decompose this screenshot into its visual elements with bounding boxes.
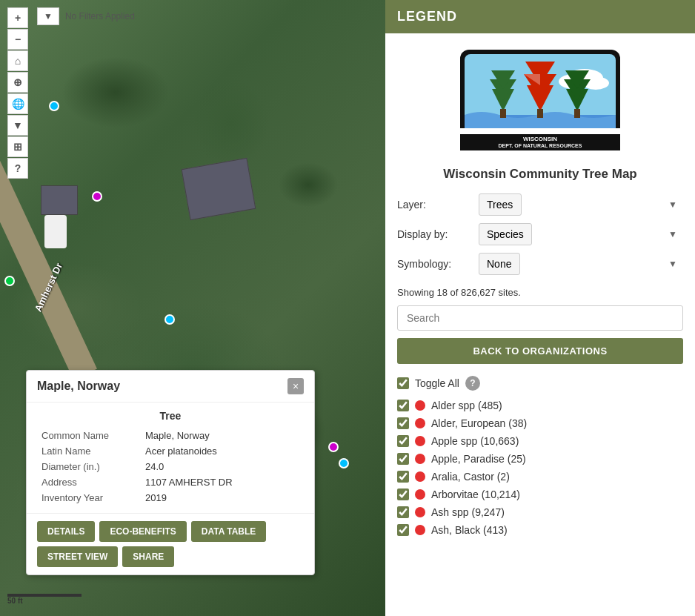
field-value: Acer platanoides	[141, 443, 304, 459]
list-item: Ash, Black (413)	[397, 521, 683, 539]
list-item: Ash spp (9,247)	[397, 503, 683, 521]
filter-icon-button[interactable]: ▼	[37, 7, 59, 25]
field-label: Diameter (in.)	[37, 459, 141, 474]
species-checkbox-5[interactable]	[397, 489, 409, 500]
map-dot-4[interactable]	[164, 314, 175, 325]
street-view-button[interactable]: STREET VIEW	[37, 546, 118, 567]
search-input[interactable]	[397, 305, 683, 331]
table-row: Inventory Year 2019	[37, 490, 304, 506]
field-label: Latin Name	[37, 443, 141, 459]
species-dot-2	[415, 436, 425, 446]
field-value: Maple, Norway	[141, 428, 304, 443]
species-dot-5	[415, 489, 425, 500]
globe-button[interactable]: 🌐	[7, 93, 28, 114]
filter-status-text: No Filters Applied	[65, 11, 135, 21]
species-name-1: Alder, European (38)	[431, 417, 683, 429]
building-small	[41, 185, 78, 215]
details-button[interactable]: DETAILS	[37, 521, 95, 542]
layer-select-wrapper: Trees ▼	[479, 193, 683, 216]
home-button[interactable]: ⌂	[7, 50, 28, 71]
toggle-all-row: Toggle All ?	[397, 373, 683, 397]
svg-text:DEPT. OF NATURAL RESOURCES: DEPT. OF NATURAL RESOURCES	[499, 143, 582, 148]
display-select-arrow: ▼	[668, 229, 677, 239]
species-dot-4	[415, 471, 425, 482]
species-name-4: Aralia, Castor (2)	[431, 471, 683, 483]
species-checkbox-3[interactable]	[397, 453, 409, 465]
map-controls: + − ⌂ ⊕ 🌐 ▼ ⊞ ?	[7, 7, 28, 179]
showing-text: Showing 18 of 826,627 sites.	[397, 282, 683, 305]
species-dot-6	[415, 507, 425, 517]
species-dot-0	[415, 400, 425, 411]
zoom-out-button[interactable]: −	[7, 29, 28, 50]
map-dot-3[interactable]	[4, 276, 15, 286]
field-value: 24.0	[141, 459, 304, 474]
species-name-2: Apple spp (10,663)	[431, 435, 683, 447]
map-dot-1[interactable]	[49, 101, 59, 111]
display-select[interactable]: Species	[479, 223, 532, 245]
popup-section-title: Tree	[37, 410, 304, 422]
symbology-control-row: Symbology: None ▼	[397, 253, 683, 275]
map-dot-6[interactable]	[339, 458, 349, 468]
field-value: 1107 AMHERST DR	[141, 474, 304, 490]
table-row: Latin Name Acer platanoides	[37, 443, 304, 459]
table-row: Diameter (in.) 24.0	[37, 459, 304, 474]
species-checkbox-0[interactable]	[397, 400, 409, 411]
toggle-all-label: Toggle All	[415, 377, 459, 389]
share-button[interactable]: SHARE	[122, 546, 174, 567]
list-item: Apple, Paradise (25)	[397, 450, 683, 468]
popup-table: Common Name Maple, Norway Latin Name Ace…	[37, 428, 304, 506]
dnr-logo-area: WISCONSIN DEPT. OF NATURAL RESOURCES	[385, 33, 695, 167]
symbology-label: Symbology:	[397, 258, 471, 270]
list-item: Alder spp (485)	[397, 397, 683, 414]
popup-title: Maple, Norway	[37, 380, 120, 393]
species-checkbox-1[interactable]	[397, 417, 409, 429]
legend-panel: LEGEND	[385, 0, 695, 616]
toggle-all-checkbox[interactable]	[397, 377, 409, 389]
eco-benefits-button[interactable]: ECO-BENEFITS	[99, 521, 186, 542]
map-dot-5[interactable]	[328, 442, 339, 452]
tree-popup: Maple, Norway × Tree Common Name Maple, …	[26, 370, 315, 575]
species-list: Alder spp (485) Alder, European (38) App…	[397, 397, 683, 539]
dnr-logo: WISCONSIN DEPT. OF NATURAL RESOURCES	[459, 48, 622, 152]
display-control-row: Display by: Species ▼	[397, 223, 683, 245]
species-checkbox-6[interactable]	[397, 506, 409, 518]
help-button[interactable]: ?	[7, 158, 28, 179]
species-name-0: Alder spp (485)	[431, 400, 683, 411]
app-title: Wisconsin Community Tree Map	[385, 167, 695, 193]
symbology-select-arrow: ▼	[668, 259, 677, 269]
zoom-in-button[interactable]: +	[7, 7, 28, 28]
field-label: Inventory Year	[37, 490, 141, 506]
species-name-5: Arborvitae (10,214)	[431, 489, 683, 500]
species-dot-3	[415, 454, 425, 464]
help-icon[interactable]: ?	[465, 376, 480, 391]
data-table-button[interactable]: DATA TABLE	[191, 521, 267, 542]
popup-close-button[interactable]: ×	[287, 378, 304, 394]
layers-button[interactable]: ⊞	[7, 136, 28, 157]
species-checkbox-2[interactable]	[397, 435, 409, 447]
svg-rect-18	[574, 109, 580, 118]
symbology-select[interactable]: None	[479, 253, 520, 275]
species-dot-7	[415, 525, 425, 535]
species-name-3: Apple, Paradise (25)	[431, 453, 683, 465]
species-name-6: Ash spp (9,247)	[431, 506, 683, 518]
species-checkbox-4[interactable]	[397, 471, 409, 483]
svg-text:WISCONSIN: WISCONSIN	[523, 136, 557, 142]
map-container[interactable]: Amherst Dr + − ⌂ ⊕ 🌐 ▼ ⊞ ? ▼ No Filters …	[0, 0, 385, 616]
table-row: Address 1107 AMHERST DR	[37, 474, 304, 490]
locate-button[interactable]: ⊕	[7, 72, 28, 93]
back-to-organizations-button[interactable]: BACK TO ORGANIZATIONS	[397, 338, 683, 364]
legend-header: LEGEND	[385, 0, 695, 33]
species-name-7: Ash, Black (413)	[431, 524, 683, 536]
field-label: Common Name	[37, 428, 141, 443]
filter-button[interactable]: ▼	[7, 115, 28, 136]
svg-rect-13	[537, 109, 543, 118]
species-dot-1	[415, 418, 425, 428]
layer-select[interactable]: Trees	[479, 193, 522, 216]
popup-header: Maple, Norway ×	[27, 371, 314, 403]
species-checkbox-7[interactable]	[397, 524, 409, 536]
display-select-wrapper: Species ▼	[479, 223, 683, 245]
list-item: Alder, European (38)	[397, 414, 683, 432]
scale-label: 50 ft	[7, 597, 23, 605]
list-item: Apple spp (10,663)	[397, 432, 683, 450]
map-dot-2[interactable]	[92, 191, 102, 202]
